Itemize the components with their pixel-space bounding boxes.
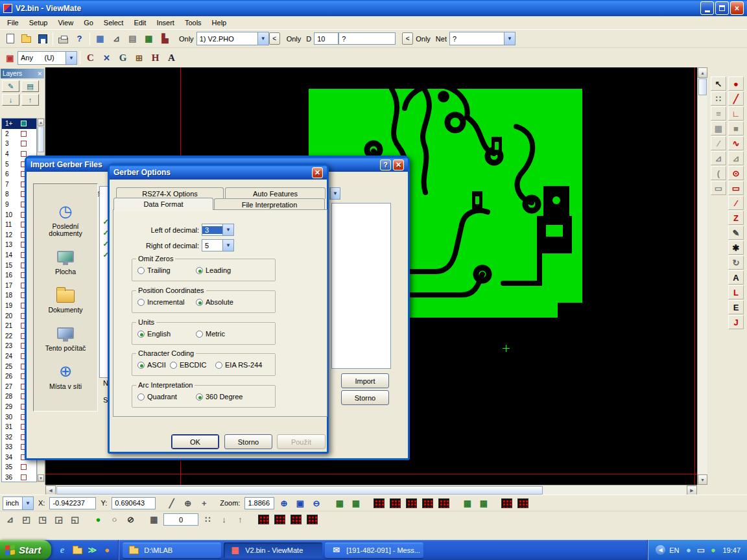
taskbar-task-v2-bin-viewmate[interactable]: ▦V2.bin - ViewMate xyxy=(224,542,322,558)
grid-table-icon[interactable]: ▦ xyxy=(147,512,161,527)
radio-option-trailing[interactable]: Trailing xyxy=(137,266,171,274)
ap-a-icon[interactable]: A xyxy=(164,51,179,65)
tab-file-interpretation[interactable]: File Interpretation xyxy=(214,198,325,210)
radio-ascii[interactable] xyxy=(137,362,145,369)
layer-edit-button[interactable]: ✎ xyxy=(2,80,19,92)
aperture-filter-icon[interactable]: ▣ xyxy=(3,51,18,65)
chevron-down-icon[interactable]: ▼ xyxy=(257,32,268,45)
radio-trailing[interactable] xyxy=(137,267,145,274)
menu-tools[interactable]: Tools xyxy=(180,18,207,28)
draw-thin-icon[interactable]: ∕ xyxy=(728,196,744,210)
close-icon[interactable]: ✕ xyxy=(393,159,404,170)
menu-go[interactable]: Go xyxy=(78,18,99,28)
draw-mirror-icon[interactable]: ⊿ xyxy=(728,151,744,165)
close-button[interactable]: × xyxy=(730,1,744,15)
radio-option-absolute[interactable]: Absolute xyxy=(196,298,233,306)
corner-sw-icon[interactable]: ◱ xyxy=(67,512,82,527)
radio-option-360-degree[interactable]: 360 Degree xyxy=(196,393,243,401)
chevron-down-icon[interactable]: ▼ xyxy=(330,188,340,199)
table-green-icon[interactable]: ▦ xyxy=(476,496,491,511)
net-combo[interactable]: ? ▼ xyxy=(449,32,516,45)
radio-quadrant[interactable] xyxy=(137,393,145,401)
aperture-filter-combo[interactable]: Any (U) ▼ xyxy=(18,51,77,65)
tab-auto-features[interactable]: Auto Features xyxy=(225,187,326,199)
lamp-green-icon[interactable]: ● xyxy=(91,512,106,527)
step-back-button-2[interactable]: < xyxy=(402,32,413,45)
text-a-icon[interactable]: A xyxy=(728,270,744,285)
draw-square-icon[interactable]: ■ xyxy=(728,121,744,135)
table-green-icon[interactable]: ▦ xyxy=(332,496,347,511)
pointer-icon[interactable]: ↖ xyxy=(711,76,726,91)
radio-option-ascii[interactable]: ASCII xyxy=(137,361,166,369)
zoom-out-icon[interactable]: ⊖ xyxy=(309,496,324,511)
layers-panel-header[interactable]: Layers ✕ xyxy=(1,69,44,78)
layer-color-swatch[interactable] xyxy=(21,151,27,157)
radio-option-eia-rs-244[interactable]: EIA RS-244 xyxy=(215,361,262,369)
radio-option-metric[interactable]: Metric xyxy=(196,330,225,338)
hide-icons-icon[interactable]: ◀ xyxy=(656,545,665,555)
ruler-icon[interactable]: ⊿ xyxy=(3,512,18,527)
grid-icon[interactable]: ▦ xyxy=(141,31,156,46)
snap-points-icon[interactable]: ∷ xyxy=(711,91,726,106)
scrollbar-thumb[interactable] xyxy=(38,126,44,152)
message-icon[interactable]: ✉ xyxy=(329,542,344,557)
place-dokumenty[interactable]: Dokumenty xyxy=(36,285,95,314)
window-titlebar[interactable]: V2.bin - ViewMate × xyxy=(0,0,747,16)
antivirus-icon[interactable]: ● xyxy=(707,544,718,555)
rotate-icon[interactable]: ↻ xyxy=(728,255,744,270)
scroll-up-icon[interactable]: ▲ xyxy=(38,119,44,126)
slash-icon[interactable]: ∕ xyxy=(711,136,726,150)
selected-files-listbox[interactable] xyxy=(331,203,391,369)
right-decimal-combo[interactable]: 5 ▼ xyxy=(202,239,234,251)
radio-option-ebcdic[interactable]: EBCDIC xyxy=(170,361,207,369)
scrollbar-track[interactable] xyxy=(543,485,687,495)
look-in-combo[interactable]: ▼ xyxy=(329,187,340,200)
close-icon[interactable]: ✕ xyxy=(312,167,323,178)
dcode-query-input[interactable]: ? xyxy=(338,32,396,45)
draw-circle-icon[interactable]: ⊙ xyxy=(728,166,744,180)
dcode-input[interactable]: 10 xyxy=(314,32,338,45)
context-help-icon[interactable]: ? xyxy=(72,31,87,46)
layer-color-swatch[interactable] xyxy=(21,141,27,146)
pattern-icon[interactable] xyxy=(372,496,386,511)
help-icon[interactable]: ? xyxy=(380,159,391,170)
layer-stack-button[interactable]: ▤ xyxy=(21,80,39,92)
zoom-in-icon[interactable]: ⊕ xyxy=(276,496,291,511)
layer-row-2[interactable]: 2 xyxy=(2,129,36,139)
layer-color-swatch[interactable] xyxy=(21,131,27,137)
layer-row-35[interactable]: 35 xyxy=(2,462,36,472)
circle-slash-icon[interactable]: ⊘ xyxy=(123,512,138,527)
settings-star-icon[interactable]: ✱ xyxy=(728,240,744,255)
ap-pads-icon[interactable]: ⊞ xyxy=(132,51,147,65)
scroll-up-icon[interactable]: ▲ xyxy=(698,67,707,78)
chevron-down-icon[interactable]: ▼ xyxy=(222,240,233,251)
folder-icon[interactable] xyxy=(126,542,141,557)
layer-row-1[interactable]: 1+ xyxy=(2,119,36,129)
layer-color-swatch[interactable] xyxy=(21,121,27,126)
save-file-icon[interactable] xyxy=(35,31,50,46)
table-icon[interactable]: ▦ xyxy=(93,31,108,46)
radio-english[interactable] xyxy=(137,331,145,338)
nav-arrows-icon[interactable]: ≫ xyxy=(86,544,98,556)
pad-round-icon[interactable]: ● xyxy=(728,76,744,91)
sheets-icon[interactable]: ▤ xyxy=(125,31,140,46)
menu-setup[interactable]: Setup xyxy=(24,18,53,28)
table-green-icon[interactable]: ▦ xyxy=(348,496,363,511)
pattern-icon[interactable] xyxy=(272,512,287,527)
chevron-down-icon[interactable]: ▼ xyxy=(65,52,77,64)
radio-360-degree[interactable] xyxy=(196,393,203,401)
new-file-icon[interactable] xyxy=(3,31,18,46)
measure-icon[interactable]: ⊿ xyxy=(109,31,124,46)
keyboard-icon[interactable]: ▭ xyxy=(695,544,706,555)
arc-small-icon[interactable]: ( xyxy=(711,166,726,180)
print-icon[interactable] xyxy=(56,31,71,46)
ap-h-icon[interactable]: H xyxy=(148,51,163,65)
fill-square-icon[interactable]: ▦ xyxy=(711,121,726,135)
taskbar-task-191-482-091-mess[interactable]: ✉[191-482-091] - Mess... xyxy=(325,542,423,558)
viewmate-icon[interactable]: ▦ xyxy=(228,542,243,557)
horizontal-scrollbar[interactable]: ◀ ▶ xyxy=(45,485,697,495)
menu-view[interactable]: View xyxy=(53,18,78,28)
restore-button[interactable] xyxy=(715,1,729,15)
place-m-sta-v-s-ti[interactable]: ⊕Místa v síti xyxy=(36,361,95,390)
scroll-right-icon[interactable]: ▶ xyxy=(687,485,697,495)
